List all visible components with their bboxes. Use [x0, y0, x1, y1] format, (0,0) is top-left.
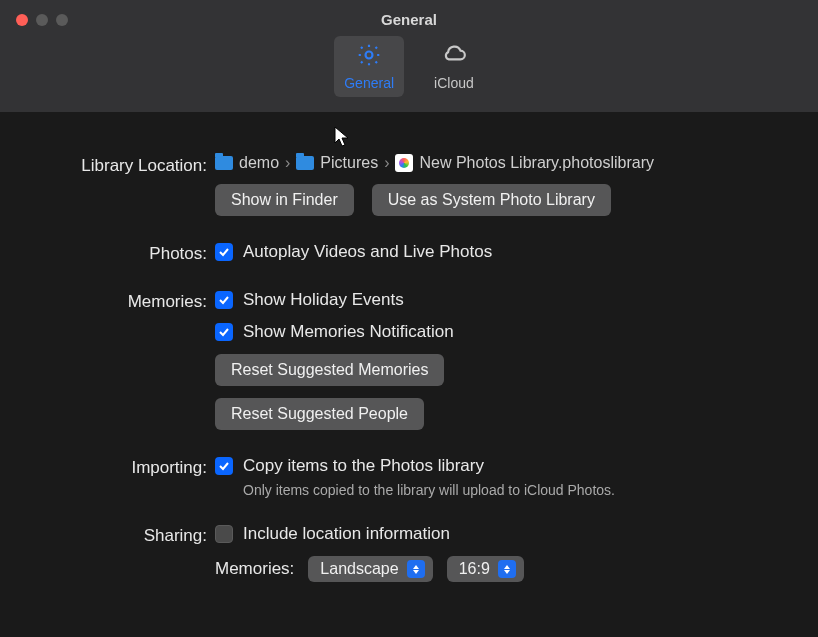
importing-label: Importing:: [20, 456, 215, 478]
tab-icloud[interactable]: iCloud: [424, 36, 484, 97]
holiday-events-label: Show Holiday Events: [243, 290, 404, 310]
memories-notification-label: Show Memories Notification: [243, 322, 454, 342]
reset-suggested-memories-button[interactable]: Reset Suggested Memories: [215, 354, 444, 386]
row-memories: Memories: Show Holiday Events Show Memor…: [20, 290, 798, 430]
holiday-events-checkbox[interactable]: [215, 291, 233, 309]
tab-general[interactable]: General: [334, 36, 404, 97]
photos-label: Photos:: [20, 242, 215, 264]
memories-notification-checkbox[interactable]: [215, 323, 233, 341]
titlebar: General General iCloud: [0, 0, 818, 112]
aspect-value: 16:9: [459, 560, 490, 578]
updown-arrows-icon: [498, 560, 516, 578]
library-location-label: Library Location:: [20, 154, 215, 176]
show-in-finder-button[interactable]: Show in Finder: [215, 184, 354, 216]
updown-arrows-icon: [407, 560, 425, 578]
orientation-popup[interactable]: Landscape: [308, 556, 432, 582]
path-seg-3: New Photos Library.photoslibrary: [419, 154, 653, 172]
row-importing: Importing: Copy items to the Photos libr…: [20, 456, 798, 498]
path-seg-1: demo: [239, 154, 279, 172]
tab-icloud-label: iCloud: [434, 75, 474, 91]
cloud-icon: [439, 42, 469, 71]
memories-label: Memories:: [20, 290, 215, 312]
orientation-value: Landscape: [320, 560, 398, 578]
cursor-icon: [334, 126, 352, 152]
row-photos: Photos: Autoplay Videos and Live Photos: [20, 242, 798, 264]
include-location-label: Include location information: [243, 524, 450, 544]
importing-note: Only items copied to the library will up…: [243, 482, 798, 498]
folder-icon: [215, 156, 233, 170]
content-area: Library Location: demo › Pictures › New …: [0, 112, 818, 602]
row-sharing: Sharing: Include location information Me…: [20, 524, 798, 582]
chevron-right-icon: ›: [285, 154, 290, 172]
autoplay-checkbox[interactable]: [215, 243, 233, 261]
copy-items-checkbox[interactable]: [215, 457, 233, 475]
svg-point-0: [366, 52, 373, 59]
tab-general-label: General: [344, 75, 394, 91]
folder-icon: [296, 156, 314, 170]
sharing-memories-label: Memories:: [215, 559, 294, 579]
toolbar-tabs: General iCloud: [0, 36, 818, 97]
autoplay-label: Autoplay Videos and Live Photos: [243, 242, 492, 262]
path-seg-2: Pictures: [320, 154, 378, 172]
aspect-popup[interactable]: 16:9: [447, 556, 524, 582]
reset-suggested-people-button[interactable]: Reset Suggested People: [215, 398, 424, 430]
photos-library-icon: [395, 154, 413, 172]
copy-items-label: Copy items to the Photos library: [243, 456, 484, 476]
include-location-checkbox[interactable]: [215, 525, 233, 543]
gear-icon: [354, 42, 384, 71]
library-path-breadcrumb: demo › Pictures › New Photos Library.pho…: [215, 154, 798, 172]
sharing-label: Sharing:: [20, 524, 215, 546]
chevron-right-icon: ›: [384, 154, 389, 172]
use-as-system-library-button[interactable]: Use as System Photo Library: [372, 184, 611, 216]
window-title: General: [0, 11, 818, 28]
row-library-location: Library Location: demo › Pictures › New …: [20, 154, 798, 216]
